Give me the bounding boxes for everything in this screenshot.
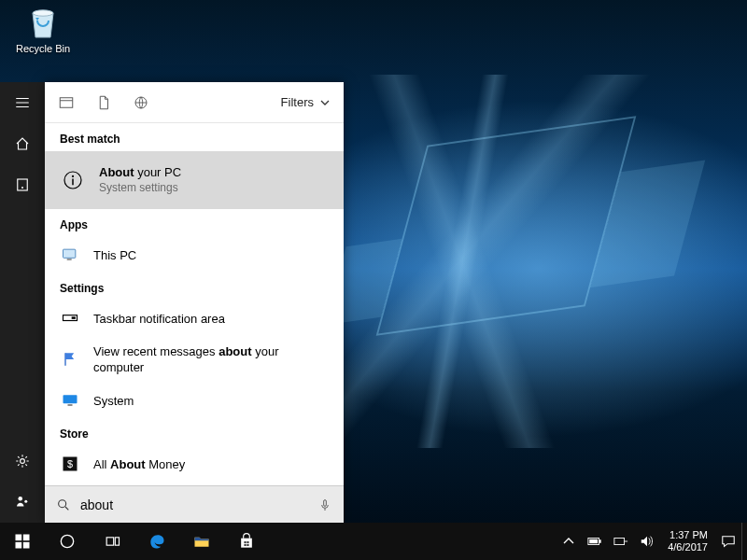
result-about-your-pc[interactable]: About your PC System settings: [45, 151, 344, 209]
tray-volume[interactable]: [634, 523, 660, 560]
svg-point-25: [61, 535, 73, 547]
svg-point-2: [21, 187, 23, 189]
svg-rect-28: [245, 541, 247, 543]
svg-rect-12: [67, 259, 72, 260]
svg-rect-16: [68, 404, 73, 406]
svg-point-19: [59, 499, 66, 507]
this-pc-icon: [60, 245, 80, 265]
search-nav-rail: [0, 82, 45, 523]
rail-feedback-button[interactable]: [0, 482, 45, 523]
result-label: Taskbar notification area: [93, 311, 329, 327]
svg-rect-30: [245, 544, 247, 546]
taskbar-store[interactable]: [224, 523, 269, 560]
svg-point-9: [72, 175, 74, 177]
rail-home-button[interactable]: [0, 123, 45, 164]
tray-overflow[interactable]: [556, 523, 582, 560]
svg-rect-15: [63, 395, 78, 403]
windows-logo-icon: [13, 532, 32, 551]
svg-rect-29: [247, 541, 248, 543]
recycle-bin-icon: [24, 4, 62, 41]
taskbar-file-explorer[interactable]: [179, 523, 224, 560]
result-this-pc[interactable]: This PC: [45, 237, 344, 273]
cortana-icon: [58, 532, 77, 551]
document-icon: [95, 94, 112, 111]
svg-text:$: $: [67, 458, 73, 469]
svg-point-4: [19, 497, 23, 501]
svg-rect-21: [16, 535, 22, 541]
result-label: About your PC System settings: [99, 164, 329, 196]
search-input-row: [45, 485, 344, 523]
svg-rect-33: [599, 539, 601, 543]
chevron-up-icon: [561, 534, 576, 549]
svg-rect-35: [614, 538, 625, 544]
system-monitor-icon: [60, 390, 80, 411]
filters-button[interactable]: Filters: [281, 95, 331, 109]
taskbar-clock[interactable]: 1:37 PM 4/6/2017: [660, 529, 715, 553]
search-scope-tabs: Filters: [45, 82, 344, 123]
recycle-bin-label: Recycle Bin: [16, 43, 70, 54]
result-label: All About Money: [93, 456, 329, 472]
svg-rect-10: [72, 179, 74, 186]
tray-battery[interactable]: [582, 523, 608, 560]
notification-area-icon: [60, 308, 80, 329]
hamburger-icon: [14, 94, 31, 111]
result-view-recent-messages[interactable]: View recent messages about your computer: [45, 336, 344, 383]
show-desktop-button[interactable]: [741, 523, 747, 560]
result-taskbar-notification-area[interactable]: Taskbar notification area: [45, 301, 344, 336]
store-icon: [237, 532, 256, 551]
result-label: This PC: [93, 247, 329, 263]
action-center-button[interactable]: [715, 523, 741, 560]
svg-rect-31: [247, 544, 248, 546]
taskbar: 1:37 PM 4/6/2017: [0, 523, 747, 560]
svg-rect-1: [18, 179, 28, 190]
task-view-button[interactable]: [90, 523, 134, 560]
search-input[interactable]: [80, 497, 308, 512]
taskbar-tray: 1:37 PM 4/6/2017: [556, 523, 747, 560]
battery-icon: [587, 534, 602, 549]
start-button[interactable]: [0, 523, 45, 560]
search-results: Best match About your PC System settings…: [45, 123, 344, 485]
svg-rect-23: [16, 542, 22, 549]
flag-icon: [60, 349, 80, 370]
taskbar-edge[interactable]: [134, 523, 179, 560]
folder-icon: [192, 532, 211, 551]
rail-apps-button[interactable]: [0, 164, 45, 205]
speaker-icon: [640, 534, 655, 549]
filters-label: Filters: [281, 95, 314, 109]
svg-rect-26: [106, 538, 114, 545]
clock-time: 1:37 PM: [668, 529, 708, 541]
svg-rect-24: [23, 542, 30, 549]
svg-point-5: [24, 500, 27, 503]
notification-icon: [721, 534, 736, 549]
scope-documents-tab[interactable]: [95, 94, 112, 111]
svg-rect-14: [72, 316, 76, 319]
svg-point-3: [21, 459, 25, 464]
apps-list-icon: [14, 176, 31, 193]
search-panel: Filters Best match About your PC System …: [45, 82, 344, 523]
rail-settings-button[interactable]: [0, 441, 45, 482]
svg-point-0: [33, 10, 53, 16]
tray-network[interactable]: [608, 523, 634, 560]
cortana-button[interactable]: [45, 523, 90, 560]
result-label: View recent messages about your computer: [93, 343, 329, 375]
result-all-about-money[interactable]: $ All About Money: [45, 446, 344, 482]
svg-rect-22: [23, 535, 30, 541]
recycle-bin-desktop-icon[interactable]: Recycle Bin: [13, 4, 73, 54]
window-icon: [58, 94, 75, 111]
task-view-icon: [103, 532, 121, 551]
apps-heading: Apps: [45, 209, 344, 237]
svg-rect-27: [115, 538, 119, 545]
store-heading: Store: [45, 418, 344, 446]
scope-apps-tab[interactable]: [58, 94, 75, 111]
network-icon: [613, 534, 628, 549]
gear-icon: [14, 453, 31, 469]
rail-menu-button[interactable]: [0, 82, 45, 123]
best-match-heading: Best match: [45, 123, 344, 151]
microphone-icon[interactable]: [317, 497, 332, 512]
result-system[interactable]: System: [45, 383, 344, 418]
scope-web-tab[interactable]: [133, 94, 149, 111]
person-icon: [14, 494, 31, 511]
edge-icon: [148, 532, 166, 551]
globe-icon: [133, 94, 149, 111]
clock-date: 4/6/2017: [668, 541, 708, 553]
